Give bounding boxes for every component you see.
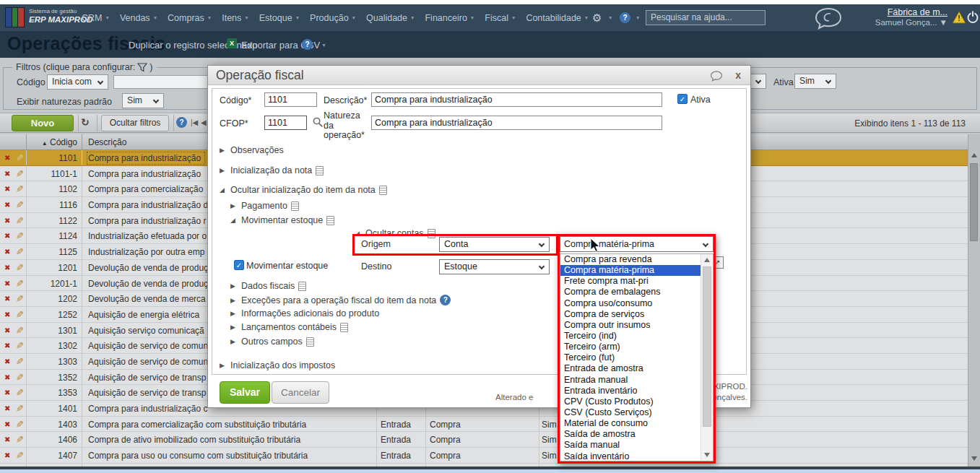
delete-icon[interactable]: ✖ [4, 154, 10, 162]
edit-icon[interactable]: ✎ [16, 419, 24, 430]
dropdown-option[interactable]: Compra de serviços [560, 309, 701, 320]
notes-icon[interactable] [306, 337, 314, 347]
dropdown-option[interactable]: Entrada inventário [560, 386, 701, 396]
menu-vendas[interactable]: Vendas▼ [120, 13, 157, 23]
edit-icon[interactable]: ✎ [16, 152, 24, 163]
delete-icon[interactable]: ✖ [4, 389, 10, 396]
menu-qualidade[interactable]: Qualidade▼ [366, 13, 415, 23]
help-search-input[interactable]: Pesquisar na ajuda... [646, 10, 766, 25]
scrollbar-thumb[interactable] [970, 163, 978, 241]
menu-contabilidade[interactable]: Contabilidade▼ [526, 13, 589, 23]
section-toggle[interactable]: ▶Exceções para a operação fiscal do item… [230, 295, 451, 305]
menu-fiscal[interactable]: Fiscal▼ [485, 13, 516, 23]
menu-crm[interactable]: CRM▼ [82, 13, 110, 23]
prev-page-icon[interactable]: ◀ [201, 118, 207, 126]
delete-icon[interactable]: ✖ [4, 217, 10, 225]
dialog-title-bar[interactable]: Operação fiscal x [208, 66, 750, 85]
edit-icon[interactable]: ✎ [16, 246, 24, 257]
edit-icon[interactable]: ✎ [16, 199, 24, 210]
edit-icon[interactable]: ✎ [16, 278, 24, 289]
ativa-checkbox[interactable]: ✓ [677, 94, 688, 104]
section-toggle[interactable]: ▶Observações [220, 145, 284, 155]
menu-produção[interactable]: Produção▼ [310, 13, 356, 23]
conta-select[interactable]: Compra matéria-prima [560, 236, 714, 252]
dropdown-scrollbar-thumb[interactable] [703, 266, 711, 427]
notes-icon[interactable] [379, 186, 387, 195]
edit-icon[interactable]: ✎ [16, 230, 24, 241]
scroll-down-icon[interactable] [971, 456, 977, 461]
cfop-field-input[interactable]: 1101 [264, 116, 307, 130]
delete-icon[interactable]: ✖ [4, 264, 10, 272]
dropdown-option[interactable]: Material de consumo [560, 418, 701, 429]
dropdown-option[interactable]: Terceiro (arm) [560, 342, 701, 352]
codigo-field-input[interactable]: 1101 [264, 92, 317, 107]
dropdown-option[interactable]: Saída manual [560, 440, 701, 451]
origem-select[interactable]: Conta [439, 237, 550, 252]
section-toggle[interactable]: ▶Inicialização dos impostos [220, 360, 335, 370]
dropdown-option[interactable]: Compra uso/consumo [560, 298, 701, 309]
company-link[interactable]: Fábrica de m... [852, 7, 948, 17]
delete-icon[interactable]: ✖ [4, 342, 10, 350]
refresh-icon[interactable]: ↻ [81, 116, 90, 128]
vertical-scrollbar[interactable] [968, 134, 980, 467]
delete-icon[interactable]: ✖ [4, 451, 10, 459]
section-toggle[interactable]: ◢Movimentar estoque [230, 215, 334, 225]
dropdown-scrollbar[interactable] [701, 254, 713, 461]
edit-icon[interactable]: ✎ [16, 434, 24, 445]
cancel-button[interactable]: Cancelar [272, 381, 329, 404]
filters-legend[interactable]: Filtros (clique para configurar: ) [12, 62, 157, 72]
edit-icon[interactable]: ✎ [16, 215, 24, 226]
section-toggle[interactable]: ▶Lançamentos contábeis [230, 322, 348, 332]
gear-icon[interactable]: ⚙ [592, 12, 602, 25]
hide-filters-button[interactable]: Ocultar filtros [101, 115, 169, 131]
delete-icon[interactable]: ✖ [4, 170, 10, 178]
edit-icon[interactable]: ✎ [16, 293, 24, 304]
dropdown-option[interactable]: Terceiro (ind) [560, 331, 701, 342]
delete-icon[interactable]: ✖ [4, 248, 10, 256]
delete-icon[interactable]: ✖ [4, 311, 10, 318]
notes-icon[interactable] [340, 323, 348, 332]
destino-select[interactable]: Estoque [439, 259, 550, 274]
dropdown-option[interactable]: Frete compra mat-pri [560, 276, 701, 287]
first-page-icon[interactable]: |◀ [191, 118, 198, 126]
edit-icon[interactable]: ✎ [16, 356, 24, 367]
page-header-caret-icon[interactable]: ▼ [321, 43, 326, 48]
close-icon[interactable]: x [735, 69, 741, 81]
warning-icon[interactable]: ! [952, 11, 966, 24]
delete-icon[interactable]: ✖ [4, 357, 10, 365]
dropdown-option[interactable]: CSV (Custo Serviços) [560, 407, 701, 418]
menu-itens[interactable]: Itens▼ [222, 13, 249, 23]
column-header-codigo[interactable]: ▲ Código [26, 137, 77, 147]
ativa-filter-select[interactable]: Sim [794, 74, 836, 89]
edit-icon[interactable]: ✎ [16, 309, 24, 320]
help-menu-caret-icon[interactable]: ▼ [636, 15, 640, 20]
table-row[interactable]: ✖✎1407Compra para uso ou consumo com sub… [0, 448, 968, 464]
notes-icon[interactable] [291, 201, 299, 211]
chat-icon[interactable] [813, 6, 844, 31]
dropdown-option[interactable]: CPV (Custo Produtos) [560, 396, 701, 407]
notes-icon[interactable] [326, 216, 334, 225]
table-row[interactable]: ✖✎1403Compra para comercialização com su… [0, 417, 968, 433]
exibir-naturezas-select[interactable]: Sim [122, 93, 164, 108]
help-icon[interactable]: ? [620, 12, 630, 23]
edit-icon[interactable]: ✎ [16, 387, 24, 398]
delete-icon[interactable]: ✖ [4, 404, 10, 412]
section-toggle[interactable]: ▶Dados fiscais [230, 281, 306, 291]
section-toggle[interactable]: ◢Ocultar inicialização do item da nota [220, 185, 387, 195]
save-button[interactable]: Salvar [220, 381, 270, 404]
notes-icon[interactable] [316, 166, 324, 175]
edit-icon[interactable]: ✎ [16, 183, 24, 194]
edit-icon[interactable]: ✎ [16, 325, 24, 336]
menu-compras[interactable]: Compras▼ [168, 13, 212, 23]
section-toggle[interactable]: ▶Inicialização da nota [220, 165, 324, 175]
dropdown-option[interactable]: Saída de amostra [560, 429, 701, 440]
table-row[interactable]: ✖✎1406Compra de ativo imobilizado com su… [0, 432, 968, 448]
dropdown-option[interactable]: Compra de embalagens [560, 287, 701, 298]
delete-icon[interactable]: ✖ [4, 279, 10, 287]
search-icon[interactable] [313, 117, 324, 128]
section-toggle[interactable]: ▶Informações adicionais do produto [230, 308, 379, 318]
notes-icon[interactable] [298, 282, 306, 291]
dropdown-option[interactable]: Entrada manual [560, 375, 701, 386]
menu-financeiro[interactable]: Financeiro▼ [425, 13, 474, 23]
grid-help-icon[interactable]: ? [176, 117, 187, 128]
